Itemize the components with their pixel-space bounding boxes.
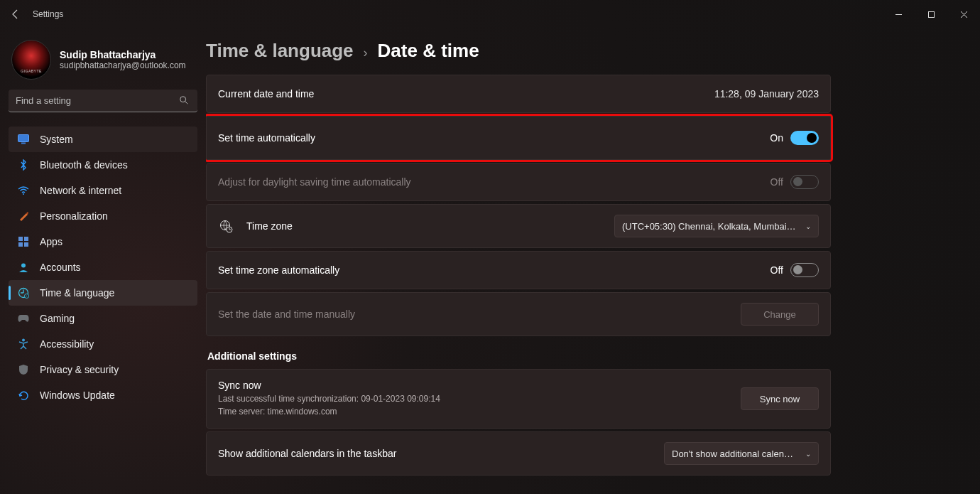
sync-time-server: Time server: time.windows.com — [218, 405, 728, 418]
svg-rect-3 — [21, 143, 26, 144]
sidebar-item-accounts[interactable]: Accounts — [9, 254, 197, 280]
toggle-state-label: Off — [771, 264, 783, 276]
dropdown-value: Don't show additional calendars — [672, 449, 798, 459]
sidebar-item-label: Accessibility — [40, 338, 94, 350]
svg-rect-8 — [24, 242, 28, 247]
sidebar-item-label: Apps — [40, 236, 62, 247]
row-set-tz-auto[interactable]: Set time zone automatically Off — [206, 251, 831, 289]
timezone-dropdown[interactable]: (UTC+05:30) Chennai, Kolkata, Mumbai, Ne… — [614, 215, 819, 237]
row-label: Adjust for daylight saving time automati… — [218, 176, 758, 188]
window-close-button[interactable] — [947, 0, 980, 28]
row-label: Current date and time — [218, 88, 702, 100]
row-label: Set time automatically — [218, 132, 757, 144]
sidebar-item-label: Bluetooth & devices — [40, 159, 128, 171]
row-additional-calendars: Show additional calendars in the taskbar… — [206, 431, 831, 476]
change-button: Change — [741, 303, 819, 326]
accounts-icon — [17, 261, 30, 274]
svg-point-4 — [23, 193, 24, 195]
sidebar-item-privacy[interactable]: Privacy & security — [9, 357, 197, 382]
account-email: sudipbhattacharjya@outlook.com — [60, 60, 186, 70]
bluetooth-icon — [17, 159, 30, 171]
sidebar-item-personalization[interactable]: Personalization — [9, 203, 197, 229]
chevron-down-icon: ⌄ — [805, 222, 811, 230]
account-name: Sudip Bhattacharjya — [60, 49, 186, 60]
accessibility-icon — [17, 338, 30, 350]
gaming-icon — [17, 312, 30, 325]
sidebar-item-windows-update[interactable]: Windows Update — [9, 382, 197, 408]
sidebar-item-system[interactable]: System — [9, 127, 197, 152]
sync-title: Sync now — [218, 380, 728, 391]
breadcrumb-root[interactable]: Time & language — [206, 40, 354, 62]
toggle-set-time-auto[interactable] — [790, 131, 819, 145]
sidebar-item-label: Accounts — [40, 262, 81, 273]
sync-now-button[interactable]: Sync now — [741, 387, 819, 410]
section-additional-title: Additional settings — [207, 350, 831, 362]
sidebar-item-label: System — [40, 134, 73, 145]
svg-point-1 — [180, 96, 186, 102]
nav-list: System Bluetooth & devices Network & int… — [9, 127, 197, 408]
sidebar-item-bluetooth[interactable]: Bluetooth & devices — [9, 152, 197, 178]
row-set-manual: Set the date and time manually Change — [206, 292, 831, 336]
search-input[interactable] — [16, 95, 179, 106]
sidebar-item-label: Windows Update — [40, 390, 115, 401]
sidebar: Sudip Bhattacharjya sudipbhattacharjya@o… — [0, 28, 206, 494]
row-set-time-auto[interactable]: Set time automatically On — [206, 116, 831, 160]
wifi-icon — [17, 184, 30, 197]
toggle-state-label: Off — [771, 176, 783, 188]
svg-rect-0 — [928, 11, 934, 17]
avatar — [11, 40, 51, 80]
sync-last-sync: Last successful time synchronization: 09… — [218, 392, 728, 405]
svg-rect-5 — [18, 237, 23, 241]
page-title: Date & time — [378, 40, 479, 62]
row-dst-auto: Adjust for daylight saving time automati… — [206, 163, 831, 201]
sidebar-item-gaming[interactable]: Gaming — [9, 306, 197, 331]
search-icon — [179, 95, 190, 107]
system-icon — [17, 133, 30, 146]
row-label: Set the date and time manually — [218, 308, 728, 320]
main-content: Time & language › Date & time Current da… — [206, 28, 845, 494]
calendars-dropdown[interactable]: Don't show additional calendars ⌄ — [664, 442, 819, 465]
toggle-set-tz-auto[interactable] — [790, 263, 819, 277]
sidebar-item-label: Gaming — [40, 313, 75, 324]
sidebar-item-network[interactable]: Network & internet — [9, 178, 197, 203]
toggle-state-label: On — [770, 132, 783, 144]
svg-rect-7 — [18, 242, 23, 247]
toggle-dst-auto — [790, 175, 819, 189]
svg-point-9 — [21, 264, 26, 268]
dropdown-value: (UTC+05:30) Chennai, Kolkata, Mumbai, Ne… — [622, 221, 798, 232]
account-block[interactable]: Sudip Bhattacharjya sudipbhattacharjya@o… — [9, 36, 197, 90]
time-language-icon — [17, 286, 30, 299]
sidebar-item-label: Time & language — [40, 287, 114, 299]
row-label: Time zone — [246, 220, 601, 232]
back-button[interactable] — [7, 6, 24, 23]
search-input-wrap[interactable] — [9, 90, 197, 112]
window-minimize-button[interactable] — [882, 0, 915, 28]
sidebar-item-apps[interactable]: Apps — [9, 229, 197, 254]
row-sync-now: Sync now Last successful time synchroniz… — [206, 369, 831, 429]
sidebar-item-label: Privacy & security — [40, 364, 119, 375]
breadcrumb: Time & language › Date & time — [206, 40, 831, 62]
row-current-datetime: Current date and time 11:28, 09 January … — [206, 75, 831, 113]
sidebar-item-time-language[interactable]: Time & language — [9, 280, 197, 306]
row-label: Show additional calendars in the taskbar — [218, 448, 651, 459]
svg-point-12 — [22, 339, 25, 342]
sidebar-item-accessibility[interactable]: Accessibility — [9, 331, 197, 357]
globe-clock-icon — [218, 218, 234, 234]
sidebar-item-label: Network & internet — [40, 185, 121, 196]
apps-icon — [17, 235, 30, 248]
app-title: Settings — [33, 9, 63, 19]
row-label: Set time zone automatically — [218, 264, 758, 276]
chevron-right-icon: › — [364, 45, 368, 60]
svg-rect-2 — [18, 135, 29, 142]
titlebar: Settings — [0, 0, 980, 28]
shield-icon — [17, 363, 30, 376]
svg-rect-6 — [24, 237, 28, 241]
paintbrush-icon — [17, 210, 30, 222]
chevron-down-icon: ⌄ — [805, 450, 811, 458]
windows-update-icon — [17, 389, 30, 402]
window-maximize-button[interactable] — [915, 0, 947, 28]
sidebar-item-label: Personalization — [40, 210, 108, 222]
current-datetime-value: 11:28, 09 January 2023 — [714, 88, 819, 100]
row-timezone: Time zone (UTC+05:30) Chennai, Kolkata, … — [206, 204, 831, 248]
